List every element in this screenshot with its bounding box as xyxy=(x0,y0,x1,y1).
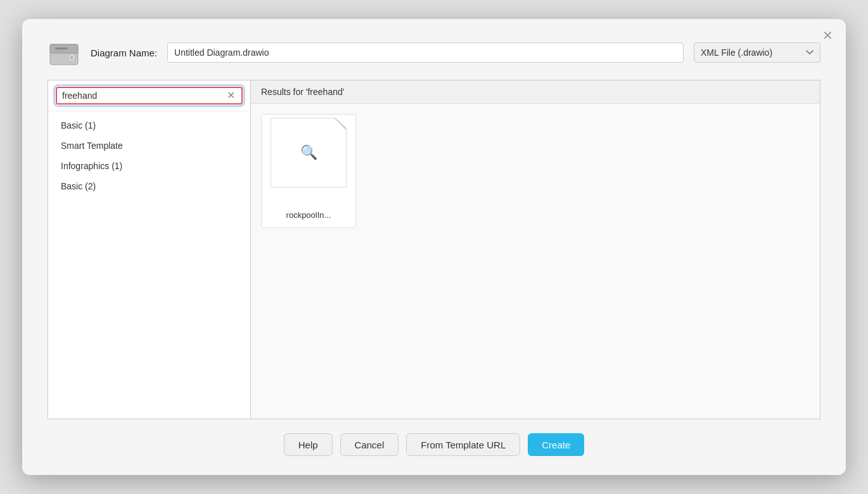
category-item[interactable]: Basic (2) xyxy=(48,176,250,196)
templates-grid: 🔍 rockpoolIn... xyxy=(251,104,820,419)
svg-rect-3 xyxy=(55,51,64,52)
close-button[interactable]: ✕ xyxy=(822,29,833,42)
diagram-name-input[interactable] xyxy=(167,42,684,63)
svg-rect-2 xyxy=(55,48,68,49)
diagram-name-label: Diagram Name: xyxy=(91,48,157,58)
template-name: rockpoolIn... xyxy=(286,210,331,220)
svg-point-5 xyxy=(70,56,73,60)
paper-shape: 🔍 xyxy=(271,118,347,187)
file-type-select[interactable]: XML File (.drawio)PNG File (.png)SVG Fil… xyxy=(694,42,820,63)
results-header: Results for 'freehand' xyxy=(251,80,820,104)
cancel-button[interactable]: Cancel xyxy=(340,433,399,456)
category-item[interactable]: Basic (1) xyxy=(48,115,250,136)
template-card[interactable]: 🔍 rockpoolIn... xyxy=(261,114,356,228)
dialog-header: Diagram Name: XML File (.drawio)PNG File… xyxy=(48,38,820,67)
template-search-icon: 🔍 xyxy=(300,144,317,161)
main-content-area: ✕ Basic (1)Smart TemplateInfographics (1… xyxy=(48,80,820,419)
left-panel: ✕ Basic (1)Smart TemplateInfographics (1… xyxy=(48,80,251,419)
search-input[interactable] xyxy=(62,91,226,101)
category-item[interactable]: Infographics (1) xyxy=(48,156,250,176)
disk-icon xyxy=(48,38,80,67)
category-item[interactable]: Smart Template xyxy=(48,136,250,156)
from-template-url-button[interactable]: From Template URL xyxy=(406,433,520,456)
search-input-container: ✕ xyxy=(56,87,243,104)
dialog-footer: Help Cancel From Template URL Create xyxy=(48,419,820,456)
new-diagram-dialog: ✕ Diagram Name: XML File (.drawio)PNG Fi… xyxy=(22,19,846,475)
help-button[interactable]: Help xyxy=(284,433,333,456)
search-clear-button[interactable]: ✕ xyxy=(226,91,236,101)
paper-corner xyxy=(335,118,346,130)
search-wrapper: ✕ xyxy=(48,80,250,111)
right-panel: Results for 'freehand' 🔍 rockpoolIn... xyxy=(251,80,820,419)
template-thumbnail: 🔍 xyxy=(262,115,355,191)
create-button[interactable]: Create xyxy=(528,433,584,456)
category-list: Basic (1)Smart TemplateInfographics (1)B… xyxy=(48,111,250,419)
